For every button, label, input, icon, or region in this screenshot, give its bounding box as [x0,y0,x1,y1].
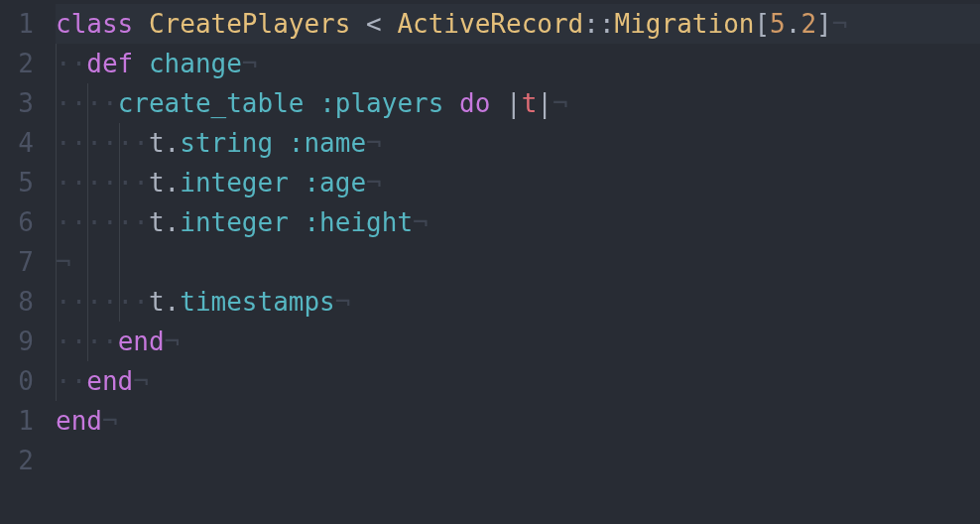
line-number: 5 [0,163,34,202]
line-number: 2 [0,441,34,480]
symbol-height: :height [304,207,413,237]
dot: . [165,128,181,158]
number-5: 5 [770,9,786,39]
line-number: 1 [0,401,34,441]
newline-icon: ¬ [102,406,118,436]
keyword-end: end [86,366,133,396]
space [382,9,398,39]
code-line[interactable]: ··end¬ [56,361,980,401]
class-name: CreatePlayers [149,9,351,39]
pipe: | [537,88,552,118]
method-integer: integer [180,207,289,237]
newline-icon: ¬ [413,207,429,237]
indent-dots: ·· [56,366,86,396]
code-line[interactable]: ······t.timestamps¬ [56,282,980,322]
var-t: t [149,128,165,158]
method-integer: integer [180,168,289,197]
keyword-def: def [86,49,133,78]
dot: . [165,287,181,317]
operator-lt: < [366,9,382,39]
symbol-age: :age [304,168,366,197]
dot: . [786,9,801,39]
newline-icon: ¬ [335,287,351,317]
method-change: change [149,49,242,78]
dot: . [165,168,181,197]
newline-icon: ¬ [242,49,258,78]
symbol-name: :name [289,128,366,158]
bracket-close: ] [816,9,832,39]
indent-dots: ·· [56,49,86,78]
gutter: 1 2 3 4 5 6 7 8 9 0 1 2 [0,0,46,524]
code-line[interactable]: ¬ [56,242,980,282]
method-create-table: create_table [118,88,305,118]
line-number: 9 [0,322,34,361]
code-line[interactable]: end¬ [56,401,980,441]
var-t: t [149,207,165,237]
symbol-players: :players [319,88,443,118]
indent-dots: ······ [56,287,149,317]
double-colon: :: [583,9,614,39]
newline-icon: ¬ [832,9,848,39]
code-line[interactable]: ····end¬ [56,322,980,361]
indent-guide [119,123,120,322]
line-number: 3 [0,83,34,123]
code-line[interactable]: ··def change¬ [56,44,980,83]
module-name: ActiveRecord [397,9,583,39]
indent-guide [87,83,88,361]
indent-guide [56,44,57,401]
code-area[interactable]: class CreatePlayers < ActiveRecord::Migr… [46,0,980,524]
newline-icon: ¬ [552,88,568,118]
code-line[interactable]: ······t.integer :height¬ [56,202,980,242]
indent-dots: ······ [56,168,149,197]
method-string: string [180,128,273,158]
const-migration: Migration [615,9,755,39]
line-number: 7 [0,242,34,282]
newline-icon: ¬ [366,168,382,197]
code-line[interactable]: ····create_table :players do |t|¬ [56,83,980,123]
line-number: 8 [0,282,34,322]
line-number: 0 [0,361,34,401]
code-editor[interactable]: 1 2 3 4 5 6 7 8 9 0 1 2 class CreatePlay… [0,0,980,524]
line-number: 1 [0,4,34,44]
number-2: 2 [800,9,816,39]
pipe: | [506,88,522,118]
code-line[interactable]: class CreatePlayers < ActiveRecord::Migr… [56,4,980,44]
bracket-open: [ [754,9,770,39]
var-t: t [149,287,165,317]
line-number: 2 [0,44,34,83]
code-line[interactable]: ······t.string :name¬ [56,123,980,163]
newline-icon: ¬ [366,128,382,158]
keyword-end: end [56,406,102,436]
keyword-end: end [118,327,165,356]
keyword-do: do [459,88,490,118]
indent-dots: ······ [56,207,149,237]
indent-dots: ······ [56,128,149,158]
space [133,9,149,39]
code-line[interactable]: ······t.integer :age¬ [56,163,980,202]
block-var-t: t [522,88,538,118]
newline-icon: ¬ [165,327,181,356]
newline-icon: ¬ [133,366,149,396]
method-timestamps: timestamps [180,287,335,317]
var-t: t [149,168,165,197]
keyword-class: class [56,9,133,39]
line-number: 4 [0,123,34,163]
dot: . [165,207,181,237]
line-number: 6 [0,202,34,242]
space [350,9,366,39]
newline-icon: ¬ [56,247,71,277]
code-line[interactable] [56,441,980,480]
